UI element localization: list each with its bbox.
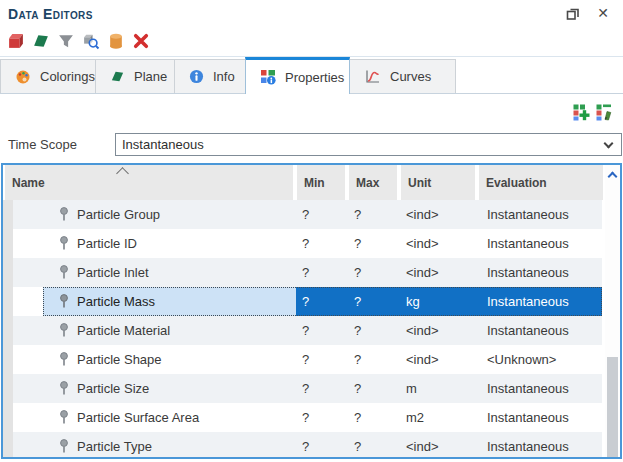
table-row-selected[interactable]: Particle Mass ? ? kg Instantaneous [3,287,605,316]
table-row[interactable]: Particle Type ? ? <ind> Instantaneous [3,432,605,459]
column-label: Unit [408,176,431,190]
part-search-button[interactable] [81,31,100,50]
tab-info[interactable]: Info [174,59,246,93]
green-plane-icon [32,32,50,50]
filter-button[interactable] [56,31,75,50]
table-row[interactable]: Particle Size ? ? m Instantaneous [3,374,605,403]
property-name: Particle Mass [77,294,155,309]
orange-cylinder-icon [107,32,125,50]
table-body: Particle Group ? ? <ind> Instantaneous P… [3,200,605,457]
scroll-up-icon[interactable] [608,172,618,182]
max-cell: ? [348,374,400,403]
pin-icon [59,265,69,280]
tab-strip: Colorings Plane Info [0,58,623,94]
max-cell: ? [348,287,400,316]
info-icon [189,69,204,84]
property-name: Particle Inlet [77,265,149,280]
max-cell: ? [348,432,400,459]
pin-icon [59,352,69,367]
pin-icon [59,207,69,222]
property-name: Particle Type [77,439,152,454]
tab-curves[interactable]: Curves [349,59,456,93]
time-scope-value: Instantaneous [122,137,204,152]
unit-cell: <ind> [400,258,478,287]
unit-cell: <ind> [400,345,478,374]
pin-icon [59,323,69,338]
tab-label: Curves [390,69,431,84]
float-window-icon [565,6,581,22]
max-cell: ? [348,316,400,345]
column-label: Name [12,176,45,190]
pin-icon [59,439,69,454]
evaluation-cell: Instantaneous [478,200,602,229]
plane-icon [110,69,125,84]
evaluation-cell: Instantaneous [478,258,602,287]
tab-properties[interactable]: Properties [245,57,350,94]
property-name: Particle ID [77,236,137,251]
edit-property-button[interactable] [596,104,613,121]
evaluation-cell: Instantaneous [478,229,602,258]
chevron-down-icon [604,139,614,149]
red-cube-button[interactable] [6,31,25,50]
close-button[interactable]: ✕ [595,4,611,22]
float-window-button[interactable] [565,6,581,22]
unit-cell: <ind> [400,229,478,258]
add-property-icon [573,104,590,121]
toolbar [6,31,150,50]
min-cell: ? [296,403,348,432]
tab-label: Plane [134,69,167,84]
property-name: Particle Shape [77,352,162,367]
table-row[interactable]: Particle Shape ? ? <ind> <Unknown> [3,345,605,374]
property-name: Particle Group [77,207,160,222]
table-row[interactable]: Particle Inlet ? ? <ind> Instantaneous [3,258,605,287]
tab-plane[interactable]: Plane [95,59,175,93]
vertical-scrollbar[interactable] [605,165,620,457]
curve-chart-icon [364,68,381,85]
max-cell: ? [348,200,400,229]
table-row[interactable]: Particle ID ? ? <ind> Instantaneous [3,229,605,258]
property-name: Particle Material [77,323,170,338]
min-cell: ? [296,345,348,374]
pin-icon [59,410,69,425]
tab-label: Info [213,69,235,84]
unit-cell: <ind> [400,316,478,345]
scrollbar-thumb[interactable] [607,357,618,457]
delete-button[interactable] [131,31,150,50]
add-property-button[interactable] [573,104,590,121]
evaluation-cell: Instantaneous [478,432,602,459]
table-row[interactable]: Particle Material ? ? <ind> Instantaneou… [3,316,605,345]
max-cell: ? [348,345,400,374]
unit-cell: m2 [400,403,478,432]
table-row[interactable]: Particle Group ? ? <ind> Instantaneous [3,200,605,229]
min-cell: ? [296,287,348,316]
orange-cylinder-button[interactable] [106,31,125,50]
unit-cell: <ind> [400,432,478,459]
tab-colorings[interactable]: Colorings [0,59,96,93]
edit-property-icon [596,104,613,121]
unit-cell: m [400,374,478,403]
tab-label: Properties [285,70,344,85]
data-editors-panel: Data Editors ✕ [0,0,623,462]
properties-table: Name Min Max Unit Evaluation [1,163,622,459]
red-cube-icon [7,32,25,50]
column-header-evaluation[interactable]: Evaluation [479,165,603,200]
properties-grid-icon [260,69,276,85]
property-name: Particle Size [77,381,149,396]
table-row[interactable]: Particle Surface Area ? ? m2 Instantaneo… [3,403,605,432]
column-label: Evaluation [486,176,547,190]
column-header-max[interactable]: Max [349,165,397,200]
evaluation-cell: Instantaneous [478,287,602,316]
min-cell: ? [296,229,348,258]
green-plane-button[interactable] [31,31,50,50]
time-scope-dropdown[interactable]: Instantaneous [115,133,622,156]
time-scope-label: Time Scope [8,137,77,152]
evaluation-cell: Instantaneous [478,374,602,403]
column-label: Max [356,176,379,190]
column-header-min[interactable]: Min [297,165,345,200]
table-header: Name Min Max Unit Evaluation [3,165,603,200]
evaluation-cell: <Unknown> [478,345,602,374]
column-header-unit[interactable]: Unit [401,165,475,200]
pin-icon [59,236,69,251]
column-header-name[interactable]: Name [5,165,293,200]
unit-cell: <ind> [400,200,478,229]
